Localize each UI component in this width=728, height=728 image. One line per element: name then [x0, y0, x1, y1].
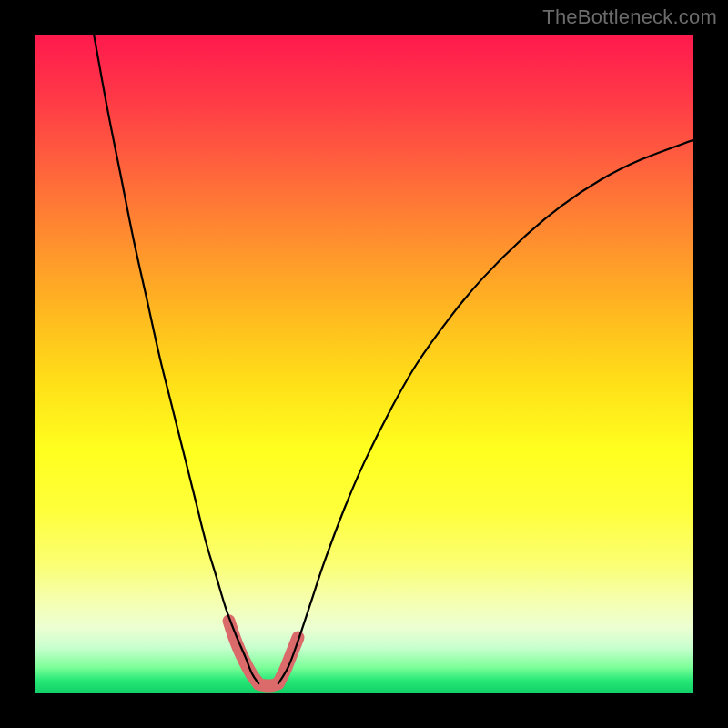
chart-frame: TheBottleneck.com — [0, 0, 728, 728]
chart-plot-area — [35, 35, 693, 693]
chart-svg — [35, 35, 693, 693]
highlight-layer — [229, 621, 298, 685]
series-right-curve — [278, 140, 693, 683]
curve-layer — [94, 35, 693, 683]
highlight-right-highlight — [278, 637, 298, 683]
watermark-text: TheBottleneck.com — [542, 5, 717, 29]
series-left-curve — [94, 35, 258, 683]
